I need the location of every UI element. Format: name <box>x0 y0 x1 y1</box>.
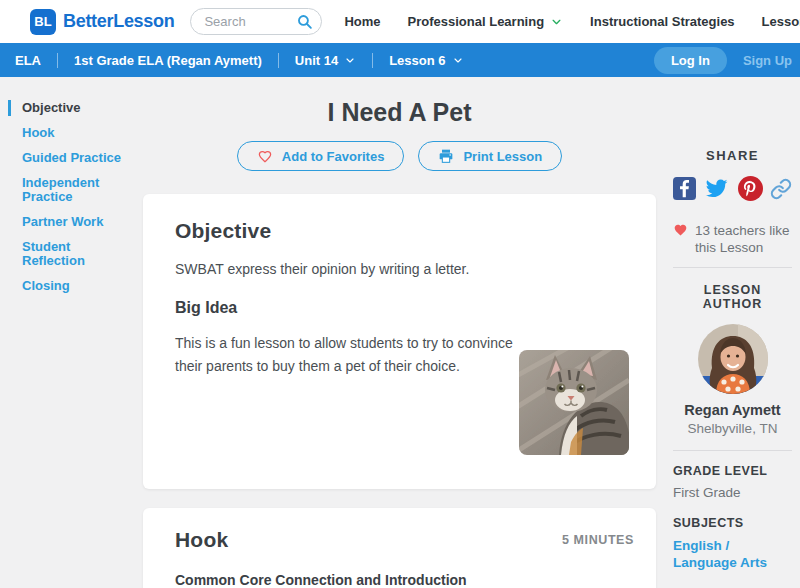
pinterest-icon[interactable] <box>738 176 763 201</box>
search-box[interactable] <box>190 8 322 35</box>
lesson-main-column: I Need A Pet Add to Favorites Print Less… <box>143 77 656 588</box>
breadcrumb-divider <box>372 53 373 68</box>
chevron-down-icon <box>550 17 563 27</box>
twitter-icon[interactable] <box>703 177 730 200</box>
sign-up-button[interactable]: Sign Up <box>743 53 792 68</box>
sidebar-item-guided-practice[interactable]: Guided Practice <box>0 151 142 165</box>
log-in-button[interactable]: Log In <box>654 47 727 74</box>
search-icon[interactable] <box>296 13 313 30</box>
nav-lesson-plans[interactable]: Lesson Plans <box>762 14 800 29</box>
hook-duration: 5 MINUTES <box>562 533 634 547</box>
chevron-down-icon <box>344 56 356 65</box>
link-icon[interactable] <box>770 178 792 200</box>
page-title: I Need A Pet <box>143 98 656 127</box>
unit-dropdown[interactable]: Unit 14 <box>295 53 356 68</box>
objective-heading: Objective <box>175 219 624 243</box>
lesson-author-heading: LESSON AUTHOR <box>673 283 792 311</box>
printer-icon <box>438 148 454 164</box>
chevron-down-icon <box>452 56 464 65</box>
heart-icon <box>673 223 688 237</box>
author-name: Regan Aymett <box>673 402 792 418</box>
sidebar-item-independent-practice[interactable]: Independent Practice <box>0 176 142 204</box>
likes-counter: 13 teachers like this Lesson <box>673 222 792 256</box>
heart-outline-icon <box>257 149 273 164</box>
logo-icon: BL <box>30 9 56 35</box>
share-heading: SHARE <box>673 148 792 163</box>
subjects-link[interactable]: English / Language Arts <box>673 537 773 571</box>
facebook-icon[interactable] <box>673 177 696 200</box>
sidebar-divider <box>673 450 792 451</box>
big-idea-text: This is a fun lesson to allow students t… <box>175 332 515 377</box>
sidebar-item-objective[interactable]: Objective <box>0 101 142 115</box>
objective-card: Objective SWBAT express their opinion by… <box>143 194 656 489</box>
breadcrumb-divider <box>278 53 279 68</box>
sidebar-item-hook[interactable]: Hook <box>0 126 142 140</box>
main-nav: Home Professional Learning Instructional… <box>344 14 800 29</box>
nav-professional-learning[interactable]: Professional Learning <box>408 14 564 29</box>
sidebar-divider <box>673 267 792 268</box>
nav-instructional-strategies[interactable]: Instructional Strategies <box>590 14 734 29</box>
logo-text: BetterLesson <box>63 11 174 32</box>
hook-card: Hook 5 MINUTES Common Core Connection an… <box>143 508 656 588</box>
hook-subheading: Common Core Connection and Introduction <box>175 572 624 588</box>
lesson-actions: Add to Favorites Print Lesson <box>143 141 656 171</box>
breadcrumb-divider <box>57 53 58 68</box>
betterlesson-logo[interactable]: BL BetterLesson <box>30 9 174 35</box>
sidebar-item-partner-work[interactable]: Partner Work <box>0 215 142 229</box>
search-input[interactable] <box>204 14 296 29</box>
breadcrumb-ela[interactable]: ELA <box>15 53 41 68</box>
lesson-dropdown[interactable]: Lesson 6 <box>389 53 463 68</box>
big-idea-heading: Big Idea <box>175 299 624 317</box>
top-header: BL BetterLesson Home Professional Learni… <box>0 0 800 43</box>
share-icons-row <box>673 176 792 201</box>
sidebar-item-student-reflection[interactable]: Student Reflection <box>0 240 142 268</box>
kitten-photo <box>519 350 629 455</box>
grade-level-label: GRADE LEVEL <box>673 464 792 478</box>
breadcrumb-course[interactable]: 1st Grade ELA (Regan Aymett) <box>74 53 262 68</box>
nav-home[interactable]: Home <box>344 14 380 29</box>
objective-text: SWBAT express their opinion by writing a… <box>175 258 575 280</box>
sidebar-item-closing[interactable]: Closing <box>0 279 142 293</box>
print-lesson-button[interactable]: Print Lesson <box>418 141 562 171</box>
subjects-label: SUBJECTS <box>673 516 792 530</box>
author-location: Shelbyville, TN <box>673 421 792 436</box>
hook-heading: Hook <box>175 528 624 552</box>
page-body: Objective Hook Guided Practice Independe… <box>0 77 800 588</box>
grade-level-value: First Grade <box>673 485 792 500</box>
lesson-breadcrumb-bar: ELA 1st Grade ELA (Regan Aymett) Unit 14… <box>0 43 800 77</box>
section-nav-sidebar: Objective Hook Guided Practice Independe… <box>0 101 142 304</box>
likes-text: 13 teachers like this Lesson <box>695 222 792 256</box>
add-to-favorites-button[interactable]: Add to Favorites <box>237 141 405 171</box>
lesson-info-sidebar: SHARE 13 teachers like this Lesson <box>673 77 792 588</box>
author-avatar <box>698 324 768 394</box>
